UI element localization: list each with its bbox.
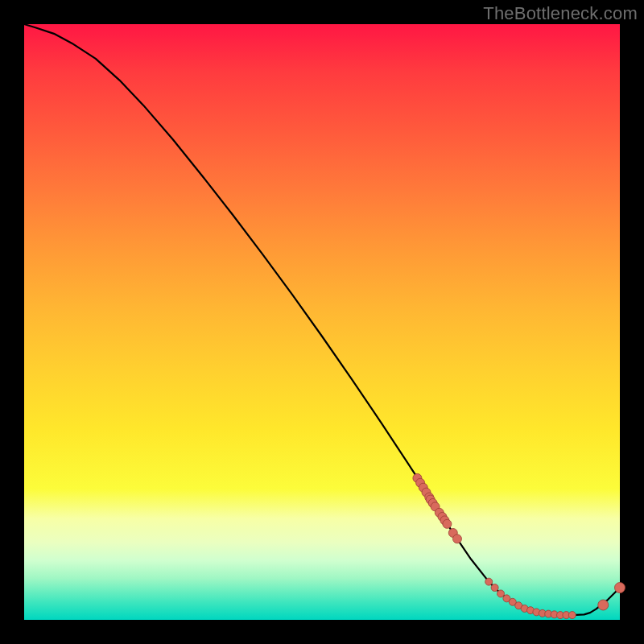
data-dot xyxy=(568,612,576,619)
data-dot xyxy=(485,578,493,585)
data-dot xyxy=(491,584,498,592)
data-dot xyxy=(598,600,609,610)
watermark-text: TheBottleneck.com xyxy=(483,3,638,24)
bottleneck-curve xyxy=(24,24,620,615)
data-dot xyxy=(452,535,461,543)
data-dot xyxy=(497,590,505,597)
chart-frame xyxy=(24,24,620,620)
data-dot xyxy=(615,583,625,593)
chart-svg xyxy=(24,24,620,620)
dots-layer xyxy=(413,473,625,618)
data-dot xyxy=(443,519,452,528)
